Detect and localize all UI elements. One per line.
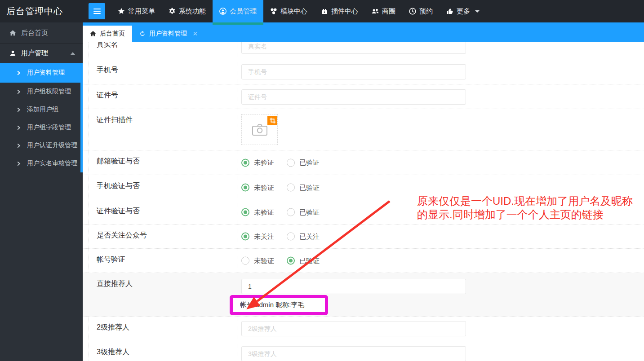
sidebar: 后台首页 用户管理 用户资料管理 用户组权限管理 添加用户组 用户组字段管理 用…: [0, 22, 83, 361]
tab-home[interactable]: 后台首页: [83, 26, 132, 42]
crop-icon[interactable]: [267, 116, 277, 125]
gear-icon: [169, 8, 176, 15]
radio-unverified[interactable]: [241, 158, 249, 167]
chevron-right-icon: [16, 143, 21, 148]
camera-icon: [252, 124, 267, 136]
nav-item-more[interactable]: 更多: [440, 0, 486, 22]
clock-icon: [409, 8, 416, 15]
nav-item-plugins[interactable]: 插件中心: [314, 0, 365, 22]
field-label: 直接推荐人: [97, 279, 133, 289]
main-content: 真实名 手机号 证件号 证件扫描件: [83, 42, 644, 361]
close-icon[interactable]: ×: [193, 30, 198, 38]
form-row-level3-referrer: 3级推荐人: [83, 341, 644, 361]
top-nav-menu: 常用菜单 系统功能 会员管理 模块中心 插件中心 商圈: [83, 0, 486, 22]
annotation-line-2: 的显示.同时增加了一个个人主页的链接: [417, 208, 633, 221]
top-navbar: 后台管理中心 常用菜单 系统功能 会员管理 模块中心 插件中心: [0, 0, 644, 22]
plugin-icon: [321, 8, 328, 15]
chevron-down-icon: [475, 10, 480, 13]
star-icon: [118, 8, 125, 15]
form-row-direct-referrer: 直接推荐人 帐号:admin 昵称:李毛: [83, 273, 644, 317]
app-title: 后台管理中心: [0, 0, 83, 22]
thumb-icon: [446, 8, 453, 15]
field-label: 3级推荐人: [97, 348, 129, 357]
radio-verified[interactable]: [287, 257, 295, 265]
chevron-right-icon: [16, 70, 21, 75]
level2-referrer-input[interactable]: [241, 321, 466, 336]
radio-verified[interactable]: [287, 158, 295, 167]
id-number-input[interactable]: [241, 89, 466, 105]
level3-referrer-input[interactable]: [241, 346, 466, 361]
form-row-level2-referrer: 2级推荐人: [83, 317, 644, 341]
field-label: 证件扫描件: [97, 115, 133, 125]
nav-item-system[interactable]: 系统功能: [162, 0, 213, 22]
phone-input[interactable]: [241, 64, 466, 79]
sidebar-item-add-group[interactable]: 添加用户组: [0, 101, 80, 119]
form-row-idnumber: 证件号: [83, 84, 644, 109]
refresh-icon[interactable]: [139, 31, 146, 37]
annotation-line-1: 原来仅仅是一个UID.现在增加了用户名及昵称: [417, 194, 633, 208]
radio-unverified[interactable]: [241, 257, 249, 265]
user-icon: [9, 50, 16, 57]
chevron-right-icon: [16, 107, 21, 112]
radio-verified[interactable]: [287, 208, 295, 216]
home-icon: [9, 30, 16, 36]
form-row-phone: 手机号: [83, 59, 644, 84]
radio-followed[interactable]: [287, 233, 295, 241]
field-label: 证件号: [97, 91, 118, 100]
sidebar-item-home[interactable]: 后台首页: [0, 22, 83, 44]
field-label: 手机号: [97, 66, 118, 75]
form-row-idscan: 证件扫描件: [83, 109, 644, 150]
field-label: 手机验证与否: [97, 181, 140, 191]
sidebar-item-group-fields[interactable]: 用户组字段管理: [0, 119, 80, 136]
home-icon: [90, 31, 96, 37]
group-icon: [372, 8, 379, 15]
radio-not-followed[interactable]: [241, 233, 249, 241]
field-label: 邮箱验证与否: [97, 157, 140, 166]
tab-bar: 后台首页 用户资料管理 ×: [83, 22, 644, 42]
radio-unverified[interactable]: [241, 208, 249, 216]
sidebar-item-realname-review[interactable]: 用户实名审核管理: [0, 154, 80, 172]
sidebar-item-user-profile[interactable]: 用户资料管理: [0, 63, 80, 83]
tab-user-profile[interactable]: 用户资料管理 ×: [132, 26, 205, 42]
field-label: 真实名: [97, 42, 118, 49]
field-label: 2级推荐人: [97, 323, 129, 332]
radio-verified[interactable]: [287, 184, 295, 192]
nav-item-common-menu[interactable]: 常用菜单: [111, 0, 162, 22]
hamburger-icon[interactable]: [89, 3, 105, 19]
sidebar-item-group-permissions[interactable]: 用户组权限管理: [0, 83, 80, 101]
chevron-up-icon: [70, 52, 76, 55]
sidebar-item-cert-upgrade[interactable]: 用户认证升级管理: [0, 136, 80, 154]
realname-input[interactable]: [241, 42, 466, 54]
radio-unverified[interactable]: [241, 184, 249, 192]
chevron-right-icon: [16, 161, 21, 166]
id-scan-upload[interactable]: [241, 114, 278, 145]
referrer-account-nickname[interactable]: 帐号:admin 昵称:李毛: [240, 301, 304, 309]
field-label: 帐号验证: [97, 255, 125, 264]
member-icon: [219, 8, 227, 15]
direct-referrer-input[interactable]: [241, 279, 466, 294]
form-row-realname: 真实名: [83, 42, 644, 59]
nav-item-modules[interactable]: 模块中心: [263, 0, 314, 22]
form-row-email-verified: 邮箱验证与否 未验证 已验证: [83, 150, 644, 175]
chevron-right-icon: [16, 89, 21, 94]
annotation-text: 原来仅仅是一个UID.现在增加了用户名及昵称 的显示.同时增加了一个个人主页的链…: [417, 194, 633, 221]
field-label: 是否关注公众号: [97, 231, 147, 240]
form-row-account-verified: 帐号验证 未验证 已验证: [83, 249, 644, 273]
chevron-right-icon: [16, 125, 21, 130]
nav-item-members[interactable]: 会员管理: [213, 0, 263, 22]
field-label: 证件验证与否: [97, 207, 140, 216]
modules-icon: [270, 8, 277, 15]
form-row-wechat-follow: 是否关注公众号 未关注 已关注: [83, 225, 644, 249]
sidebar-submenu: 用户资料管理 用户组权限管理 添加用户组 用户组字段管理 用户认证升级管理 用户…: [0, 63, 83, 172]
nav-item-booking[interactable]: 预约: [402, 0, 440, 22]
sidebar-section-user-management[interactable]: 用户管理: [0, 44, 83, 63]
referrer-info-highlight: 帐号:admin 昵称:李毛: [230, 295, 328, 315]
nav-item-business[interactable]: 商圈: [365, 0, 402, 22]
